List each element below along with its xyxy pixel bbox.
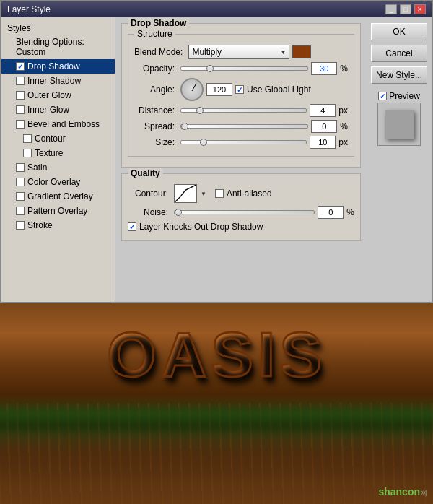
spread-slider[interactable] [180,124,308,129]
blend-mode-dropdown[interactable]: Multiply ▼ [188,45,289,59]
distance-input[interactable] [310,104,336,117]
drop-shadow-label: Drop Shadow [27,61,80,71]
sidebar-item-gradient-overlay[interactable]: Gradient Overlay [1,189,115,204]
noise-label: Noise: [128,207,171,217]
texture-checkbox[interactable] [23,149,32,157]
size-unit: px [338,137,348,147]
ok-button[interactable]: OK [371,23,427,40]
sidebar-item-stroke[interactable]: Stroke [1,218,115,233]
sidebar-item-satin[interactable]: Satin [1,160,115,175]
new-style-button[interactable]: New Style... [371,66,427,84]
opacity-row: Opacity: % [134,62,348,75]
angle-label: Angle: [134,84,178,95]
sidebar-item-inner-glow[interactable]: Inner Glow [1,103,115,117]
sidebar-item-blending[interactable]: Blending Options: Custom [1,35,115,59]
sidebar-item-outer-glow[interactable]: Outer Glow [1,88,115,103]
sidebar-item-contour[interactable]: Contour [1,131,115,146]
structure-title: Structure [134,29,175,39]
gradient-overlay-label: Gradient Overlay [27,191,93,201]
spread-unit: % [340,121,348,131]
opacity-label: Opacity: [134,64,178,74]
preview-section: Preview [377,91,421,146]
satin-label: Satin [27,162,47,173]
drop-shadow-checkbox[interactable] [16,62,25,71]
sidebar-item-texture[interactable]: Texture [1,146,115,160]
stroke-checkbox[interactable] [16,221,25,230]
sidebar-item-inner-shadow[interactable]: Inner Shadow [1,74,115,88]
blend-mode-arrow: ▼ [280,49,286,56]
texture-label: Texture [35,148,63,158]
opacity-input[interactable] [311,62,337,75]
anti-aliased-checkbox[interactable] [215,189,224,198]
preview-inner [385,110,414,139]
preview-box [377,103,421,146]
blend-mode-row: Blend Mode: Multiply ▼ [134,45,348,59]
noise-thumb[interactable] [175,209,182,216]
spread-input[interactable] [311,120,337,133]
minimize-button[interactable]: _ [385,4,397,14]
watermark-brand: shancon [378,486,420,498]
satin-checkbox[interactable] [16,163,25,172]
inner-shadow-checkbox[interactable] [16,77,25,85]
spread-thumb[interactable] [181,123,188,130]
preview-checkbox[interactable] [378,92,387,100]
inner-glow-label: Inner Glow [27,105,69,115]
distance-slider[interactable] [180,108,307,113]
size-row: Size: px [134,136,348,149]
left-panel: Styles Blending Options: Custom Drop Sha… [1,17,115,302]
size-thumb[interactable] [200,139,207,146]
angle-dial[interactable] [180,78,204,101]
outer-glow-checkbox[interactable] [16,91,25,100]
title-bar-buttons: _ □ ✕ [385,4,426,14]
structure-section: Structure Blend Mode: Multiply ▼ Opacity… [128,34,354,157]
anti-aliased-label: Anti-aliased [227,188,272,199]
global-light-checkbox[interactable] [235,85,244,94]
pattern-overlay-checkbox[interactable] [16,207,25,215]
global-light-label: Use Global Light [247,84,311,95]
inner-glow-checkbox[interactable] [16,105,25,114]
opacity-thumb[interactable] [206,65,214,72]
size-input[interactable] [310,136,336,149]
outer-glow-label: Outer Glow [27,90,71,100]
watermark: shancon网 [378,486,427,498]
opacity-unit: % [340,64,348,74]
maximize-button[interactable]: □ [400,4,411,14]
drop-shadow-section-title: Drop Shadow [128,18,189,28]
drop-shadow-section: Drop Shadow Structure Blend Mode: Multip… [121,23,361,168]
gradient-overlay-checkbox[interactable] [16,192,25,201]
color-overlay-checkbox[interactable] [16,178,25,186]
sidebar-item-color-overlay[interactable]: Color Overlay [1,175,115,189]
noise-slider[interactable] [174,210,315,214]
layer-style-dialog: Layer Style _ □ ✕ Styles Blending Option… [0,0,433,303]
cancel-button[interactable]: Cancel [371,45,427,62]
oasis-letter-span: OASIS [107,318,326,390]
pattern-overlay-label: Pattern Overlay [27,206,87,216]
distance-thumb[interactable] [196,107,204,114]
image-area: OASIS shancon网 [0,303,433,504]
distance-label: Distance: [134,105,178,116]
dialog-body: Styles Blending Options: Custom Drop Sha… [1,17,432,302]
layer-knocks-label: Layer Knocks Out Drop Shadow [139,222,263,232]
bevel-emboss-label: Bevel and Emboss [27,119,100,129]
contour-preview[interactable] [174,184,197,203]
styles-label: Styles [1,20,115,35]
contour-label: Contour: [128,188,171,199]
blend-color-swatch[interactable] [292,45,311,58]
opacity-slider[interactable] [180,66,308,71]
sidebar-item-bevel-emboss[interactable]: Bevel and Emboss [1,117,115,131]
inner-shadow-label: Inner Shadow [27,76,81,86]
size-slider[interactable] [180,140,307,144]
contour-dropdown-arrow[interactable]: ▼ [201,191,206,197]
distance-unit: px [338,105,348,116]
layer-knocks-checkbox[interactable] [128,222,136,231]
contour-checkbox[interactable] [23,134,32,143]
close-button[interactable]: ✕ [414,4,426,14]
noise-input[interactable] [318,206,344,219]
angle-input[interactable] [206,83,232,96]
dialog-title: Layer Style [7,4,51,14]
sidebar-item-pattern-overlay[interactable]: Pattern Overlay [1,204,115,218]
sidebar-item-drop-shadow[interactable]: Drop Shadow [1,59,115,74]
quality-title: Quality [128,168,163,178]
bevel-emboss-checkbox[interactable] [16,120,25,129]
distance-row: Distance: px [134,104,348,117]
